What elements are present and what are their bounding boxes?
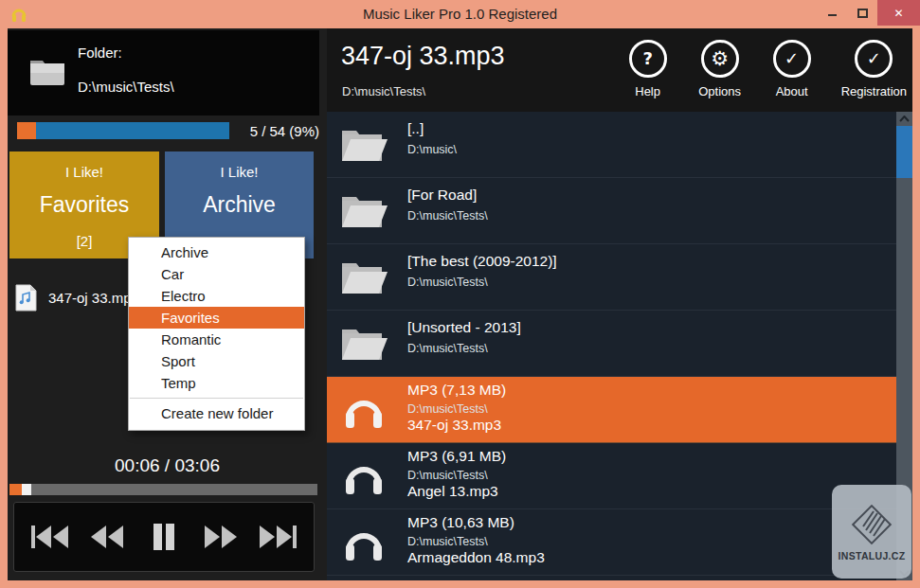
minimize-icon	[828, 14, 837, 16]
menu-item-favorites[interactable]: Favorites	[129, 307, 304, 329]
help-button[interactable]: ? Help	[625, 40, 671, 98]
about-button[interactable]: ✓ About	[769, 40, 815, 98]
now-playing-title: 347-oj 33.mp3	[341, 42, 505, 71]
registration-button[interactable]: ✓ Registration	[841, 40, 907, 98]
list-item-parent-folder[interactable]: [..] D:\music\	[327, 112, 896, 178]
menu-item-archive[interactable]: Archive	[129, 241, 304, 263]
menu-separator	[130, 398, 303, 399]
seek-bar[interactable]	[9, 484, 317, 495]
list-item-track[interactable]: MP3 (6,91 MB) D:\music\Tests\ Angel 13.m…	[327, 443, 896, 509]
instaluj-logo-icon	[849, 502, 894, 547]
next-track-icon	[258, 524, 298, 550]
current-folder-box: Folder: D:\music\Tests\	[8, 30, 319, 116]
toolbar: ? Help ⚙ Options ✓ About ✓ Registration	[625, 40, 907, 98]
headphones-icon	[343, 390, 385, 430]
check-icon: ✓	[773, 40, 811, 78]
like-title: I Like!	[65, 164, 103, 180]
menu-item-sport[interactable]: Sport	[129, 350, 304, 372]
rewind-icon	[89, 525, 125, 549]
folder-icon	[28, 55, 66, 87]
list-item-folder[interactable]: [Unsorted - 2013] D:\music\Tests\	[327, 311, 896, 377]
gear-icon: ⚙	[701, 40, 739, 78]
seek-played	[9, 484, 22, 495]
next-track-button[interactable]	[257, 521, 298, 553]
previous-track-button[interactable]	[29, 521, 71, 553]
fast-forward-button[interactable]	[200, 521, 242, 553]
scan-progress-fill	[17, 122, 36, 139]
list-item-track[interactable]: MP3 (10,63 MB) D:\music\Tests\ Armageddo…	[327, 509, 896, 576]
folder-label: Folder:	[78, 45, 122, 61]
player-controls	[13, 502, 315, 572]
menu-item-electro[interactable]: Electro	[129, 285, 304, 307]
music-file-icon	[15, 284, 37, 312]
scan-progress: 5 / 54 (9%)	[17, 121, 319, 140]
folder-context-menu: Archive Car Electro Favorites Romantic S…	[128, 237, 305, 431]
scroll-up-icon[interactable]	[896, 112, 912, 126]
pause-icon	[152, 523, 176, 551]
scrollbar-thumb[interactable]	[896, 126, 912, 178]
app-window: Music Liker Pro 1.0 Registered ✕ Folder:…	[0, 0, 920, 588]
folder-icon	[340, 326, 388, 362]
folder-icon	[340, 193, 388, 229]
folder-path: D:\music\Tests\	[78, 79, 174, 95]
file-list: [..] D:\music\ [For Road] D:\music\Tests…	[327, 112, 896, 580]
menu-item-car[interactable]: Car	[129, 263, 304, 285]
like-folder-name: Favorites	[40, 192, 130, 218]
close-icon: ✕	[893, 7, 903, 20]
left-panel: Folder: D:\music\Tests\ 5 / 54 (9%) I Li…	[8, 28, 327, 580]
main-panel: 347-oj 33.mp3 D:\music\Tests\ ? Help ⚙ O…	[327, 28, 912, 580]
list-item-folder[interactable]: [The best (2009-2012)] D:\music\Tests\	[327, 244, 896, 311]
rewind-button[interactable]	[86, 521, 128, 553]
now-playing-path: D:\music\Tests\	[342, 84, 425, 98]
folder-icon	[340, 259, 388, 295]
options-button[interactable]: ⚙ Options	[697, 40, 743, 98]
list-item-folder[interactable]: [For Road] D:\music\Tests\	[327, 178, 896, 244]
headphones-icon	[343, 456, 385, 496]
window-title: Music Liker Pro 1.0 Registered	[0, 0, 920, 28]
seek-handle[interactable]	[22, 484, 31, 495]
close-button[interactable]: ✕	[877, 0, 920, 26]
scan-progress-bar	[17, 122, 229, 139]
menu-item-romantic[interactable]: Romantic	[129, 329, 304, 350]
like-folder-name: Archive	[203, 192, 276, 218]
watermark-label: INSTALUJ.CZ	[839, 550, 906, 561]
help-icon: ?	[629, 40, 667, 78]
maximize-icon	[857, 9, 868, 18]
menu-item-create-new-folder[interactable]: Create new folder	[129, 401, 304, 426]
current-track-label: 347-oj 33.mp3	[48, 290, 139, 306]
playback-time: 00:06 / 03:06	[8, 455, 327, 476]
headphones-icon	[343, 523, 385, 562]
scan-progress-text: 5 / 54 (9%)	[229, 123, 319, 139]
list-item-track-selected[interactable]: MP3 (7,13 MB) D:\music\Tests\ 347-oj 33.…	[327, 377, 896, 443]
instaluj-watermark: INSTALUJ.CZ	[832, 485, 911, 579]
maximize-button[interactable]	[847, 0, 877, 27]
like-count: [2]	[77, 233, 93, 249]
title-bar: Music Liker Pro 1.0 Registered ✕	[0, 0, 920, 28]
previous-track-icon	[30, 524, 70, 550]
menu-item-temp[interactable]: Temp	[129, 372, 304, 394]
like-title: I Like!	[220, 164, 258, 180]
check-icon: ✓	[855, 40, 893, 78]
current-track-item[interactable]: 347-oj 33.mp3	[15, 280, 139, 314]
pause-button[interactable]	[143, 521, 185, 553]
minimize-button[interactable]	[817, 0, 847, 27]
folder-icon	[340, 127, 388, 163]
fast-forward-icon	[203, 525, 239, 549]
